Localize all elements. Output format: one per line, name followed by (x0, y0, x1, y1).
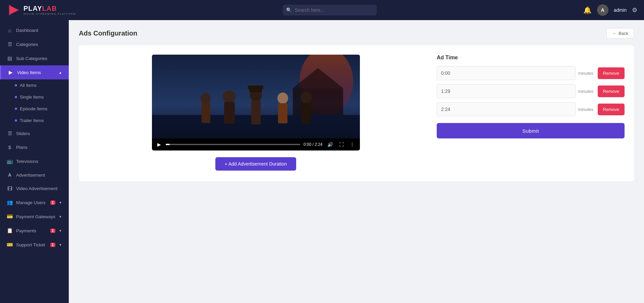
ad-time-input-0[interactable] (437, 66, 576, 80)
manage-users-badge: 1 (50, 200, 56, 205)
search-input[interactable] (283, 5, 377, 15)
main-content: Ads Configuration ← Back (69, 20, 644, 303)
sidebar-label-all-items: All Items (20, 83, 37, 88)
notification-button[interactable]: 🔔 (583, 6, 592, 14)
sidebar-label-dashboard: Dashboard (16, 28, 62, 33)
list-icon: ☰ (7, 41, 13, 47)
dollar-icon: $ (7, 144, 13, 150)
back-arrow-icon: ← (612, 31, 616, 36)
users-icon: 👥 (7, 199, 13, 205)
sidebar-label-sub-categories: Sub Categories (16, 56, 62, 61)
sidebar-item-single-items[interactable]: Single Items (0, 91, 69, 103)
sidebar-label-sliders: Sliders (16, 131, 62, 136)
page-title: Ads Configuration (79, 29, 137, 37)
remove-button-1[interactable]: Remove (598, 85, 625, 97)
sidebar-item-categories[interactable]: ☰ Categories (0, 37, 69, 51)
remove-button-2[interactable]: Remove (598, 104, 625, 115)
sidebar-item-trailer-items[interactable]: Trailer Items (0, 115, 69, 126)
more-options-button[interactable]: ⋮ (348, 141, 356, 148)
video-wrapper: ▶ 0:00 / 2:24 🔊 ⛶ ⋮ (152, 55, 360, 150)
svg-rect-1 (9, 5, 11, 15)
minutes-label-1: minutes (578, 89, 595, 94)
back-button[interactable]: ← Back (606, 28, 634, 39)
sidebar-label-support-ticket: Support Ticket (16, 242, 47, 247)
search-icon: 🔍 (286, 7, 292, 13)
ticket-icon: 🎫 (7, 242, 13, 248)
ad-time-section: Ad Time minutes Remove minutes Remove mi… (437, 55, 625, 171)
logo-lab: LAB (42, 5, 57, 12)
sidebar-label-categories: Categories (16, 42, 62, 47)
ad-time-input-2[interactable] (437, 102, 576, 116)
add-advertisement-duration-button[interactable]: + Add Advertisement Duration (215, 157, 297, 171)
sidebar-label-advertisement: Advertisement (16, 173, 62, 178)
play-button[interactable]: ▶ (156, 141, 162, 148)
content-card: ▶ 0:00 / 2:24 🔊 ⛶ ⋮ + Add Advertisement … (79, 45, 634, 181)
sub-dot-icon (15, 108, 17, 110)
logo-subtitle: MOVIE STREAMING PLATFORM (23, 12, 76, 15)
logo-text: PLAYLAB (23, 5, 76, 12)
sidebar: ⌂ Dashboard ☰ Categories ▤ Sub Categorie… (0, 20, 69, 303)
sub-dot-icon (15, 119, 17, 122)
ad-time-input-1[interactable] (437, 84, 576, 98)
svg-marker-0 (9, 5, 19, 15)
progress-bar-fill (166, 144, 170, 145)
admin-label: admin (614, 7, 627, 13)
house-icon: ⌂ (7, 27, 13, 33)
header: PLAYLAB MOVIE STREAMING PLATFORM 🔍 🔔 A a… (0, 0, 644, 20)
sidebar-item-televisions[interactable]: 📺 Televisions (0, 154, 69, 168)
remove-button-0[interactable]: Remove (598, 67, 625, 79)
video-section: ▶ 0:00 / 2:24 🔊 ⛶ ⋮ + Add Advertisement … (88, 55, 423, 171)
ad-time-title: Ad Time (437, 55, 625, 61)
chevron-down-icon: ▼ (59, 215, 62, 219)
search-wrapper: 🔍 (283, 5, 377, 15)
fullscreen-button[interactable]: ⛶ (338, 141, 345, 148)
video-image (152, 55, 360, 138)
back-label: Back (619, 31, 628, 36)
sidebar-item-manage-users[interactable]: 👥 Manage Users 1 ▼ (0, 195, 69, 209)
sidebar-label-payment-gateways: Payment Gateways (16, 214, 55, 219)
sidebar-item-video-advertisement[interactable]: 🎞 Video Advertisement (0, 182, 69, 195)
sidebar-item-video-items[interactable]: ▶ Video Items ▲ (0, 65, 69, 79)
video-thumbnail (152, 55, 360, 138)
sidebar-item-sliders[interactable]: ☰ Sliders (0, 126, 69, 140)
sidebar-item-sub-categories[interactable]: ▤ Sub Categories (0, 51, 69, 65)
sidebar-item-support-ticket[interactable]: 🎫 Support Ticket 1 ▼ (0, 238, 69, 252)
chevron-up-icon: ▲ (59, 71, 62, 74)
sub-dot-icon (15, 96, 17, 98)
play-circle-icon: ▶ (8, 69, 14, 75)
credit-card-icon: 💳 (7, 214, 13, 220)
sidebar-label-video-advertisement: Video Advertisement (16, 186, 62, 191)
ad-time-row-2: minutes Remove (437, 102, 625, 116)
header-right: 🔔 A admin ⚙ (583, 4, 637, 16)
sidebar-item-advertisement[interactable]: A Advertisement (0, 168, 69, 182)
chevron-down-icon: ▼ (59, 201, 62, 204)
sidebar-label-video-items: Video Items (17, 70, 55, 75)
sidebar-label-payments: Payments (16, 228, 47, 233)
sidebar-item-episode-items[interactable]: Episode Items (0, 103, 69, 115)
layout: ⌂ Dashboard ☰ Categories ▤ Sub Categorie… (0, 20, 644, 303)
sidebar-item-payments[interactable]: 📋 Payments 1 ▼ (0, 224, 69, 238)
chevron-down-icon: ▼ (59, 243, 62, 247)
bar-chart-icon: ▤ (7, 55, 13, 61)
sidebar-item-payment-gateways[interactable]: 💳 Payment Gateways ▼ (0, 209, 69, 224)
settings-button[interactable]: ⚙ (632, 6, 637, 14)
sidebar-label-single-items: Single Items (20, 95, 44, 100)
sliders-icon: ☰ (7, 130, 13, 136)
svg-rect-19 (152, 55, 360, 138)
sub-dot-icon (15, 84, 17, 86)
page-header: Ads Configuration ← Back (79, 28, 634, 39)
payments-badge: 1 (50, 229, 56, 233)
logo-area: PLAYLAB MOVIE STREAMING PLATFORM (7, 3, 76, 17)
submit-button[interactable]: Submit (437, 123, 625, 138)
sidebar-item-plans[interactable]: $ Plans (0, 140, 69, 154)
avatar: A (597, 4, 608, 16)
tv-icon: 📺 (7, 158, 13, 164)
video-scene-svg (152, 55, 360, 138)
support-ticket-badge: 1 (50, 243, 56, 247)
sidebar-item-dashboard[interactable]: ⌂ Dashboard (0, 23, 69, 37)
sidebar-item-all-items[interactable]: All Items (0, 79, 69, 91)
progress-bar[interactable] (166, 144, 300, 145)
logo-play: PLAY (23, 5, 42, 12)
mute-button[interactable]: 🔊 (326, 141, 334, 148)
film-icon: 🎞 (7, 186, 13, 191)
